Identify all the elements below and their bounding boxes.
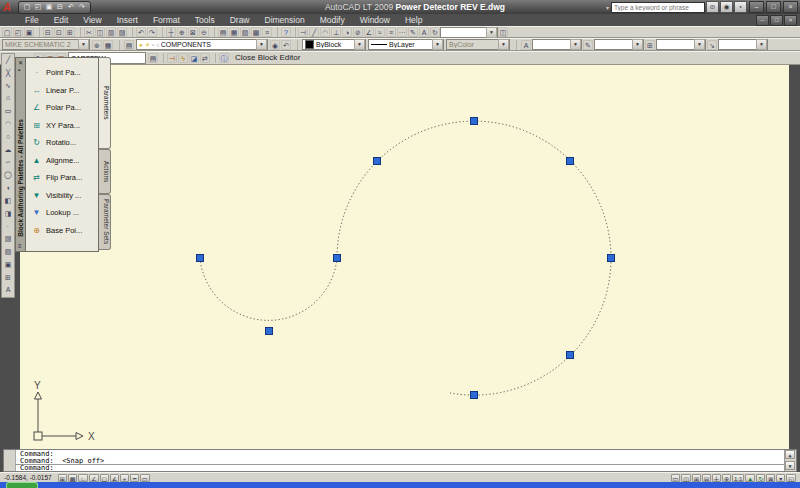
continue-dimension-icon[interactable]: ⋯ bbox=[397, 27, 407, 37]
grip[interactable] bbox=[471, 392, 478, 399]
minimize-button[interactable]: – bbox=[749, 1, 764, 13]
maximize-button[interactable]: □ bbox=[766, 1, 781, 13]
arc-length-icon[interactable]: ◠ bbox=[320, 27, 330, 37]
menu-edit[interactable]: Edit bbox=[47, 14, 76, 26]
grip[interactable] bbox=[567, 352, 574, 359]
angular-dimension-icon[interactable]: ∠ bbox=[364, 27, 374, 37]
chevron-down-icon[interactable]: ▼ bbox=[756, 39, 767, 50]
palette-item-alignment-parameter[interactable]: ▲Alignme... bbox=[26, 152, 98, 170]
plot-preview-icon[interactable]: ⊡ bbox=[54, 27, 64, 37]
palette-item-flip-parameter[interactable]: ⇄Flip Para... bbox=[26, 169, 98, 187]
paste-icon[interactable]: ▥ bbox=[106, 27, 116, 37]
ordinate-icon[interactable]: ⊥ bbox=[331, 27, 341, 37]
radius-dimension-icon[interactable]: ◑ bbox=[342, 27, 352, 37]
palette-tab-parameter-sets[interactable]: Parameter Sets bbox=[99, 194, 111, 250]
point-icon[interactable]: ∙ bbox=[2, 220, 14, 233]
circle-icon[interactable]: ○ bbox=[2, 131, 14, 144]
command-window[interactable]: Command:Command: <Snap off> Command: ▲▼ bbox=[3, 449, 797, 472]
arc-icon[interactable]: ◠ bbox=[2, 118, 14, 131]
doc-minimize-button[interactable]: – bbox=[756, 15, 769, 26]
palette-item-visibility-parameter[interactable]: ▼Visibility ... bbox=[26, 187, 98, 205]
chevron-down-icon[interactable]: ▼ bbox=[78, 39, 89, 50]
construction-line-icon[interactable]: ╳ bbox=[2, 67, 14, 80]
search-icon[interactable]: ⊙ bbox=[706, 1, 719, 13]
command-scrollbar[interactable]: ▲▼ bbox=[784, 450, 796, 471]
grip[interactable] bbox=[608, 255, 615, 262]
plot-icon[interactable]: ⊟ bbox=[43, 27, 53, 37]
save-icon[interactable]: ▣ bbox=[24, 27, 34, 37]
zoom-button[interactable]: ⊕ bbox=[722, 474, 731, 482]
match-properties-icon[interactable]: ▨ bbox=[117, 27, 127, 37]
model-button[interactable]: ▭ bbox=[671, 474, 681, 482]
grip[interactable] bbox=[471, 118, 478, 125]
layer-properties-manager-icon[interactable]: ▤ bbox=[124, 40, 134, 50]
quick-dimension-icon[interactable]: ≈ bbox=[375, 27, 385, 37]
model-toggle[interactable]: ▭ bbox=[140, 474, 150, 482]
insert-block-icon[interactable]: ◧ bbox=[2, 195, 14, 208]
scroll-down-icon[interactable]: ▼ bbox=[785, 461, 795, 470]
polygon-icon[interactable]: ⌂ bbox=[2, 92, 14, 105]
table-style-combo[interactable]: ▼ bbox=[656, 39, 706, 50]
dimension-text-edit-icon[interactable]: A bbox=[419, 27, 429, 37]
redo-icon[interactable]: ↷ bbox=[147, 27, 157, 37]
cut-icon[interactable]: ✂ bbox=[84, 27, 94, 37]
palette-item-point-parameter[interactable]: ∙Point Pa... bbox=[26, 64, 98, 82]
zoom-realtime-icon[interactable]: ⊕ bbox=[177, 27, 187, 37]
menu-format[interactable]: Format bbox=[146, 14, 187, 26]
text-style-icon[interactable]: A bbox=[521, 40, 531, 50]
open-icon[interactable]: ◰ bbox=[33, 2, 43, 12]
multileader-style-combo[interactable]: ▼ bbox=[718, 39, 768, 50]
plot-style-combo[interactable]: ByColor▼ bbox=[446, 39, 510, 50]
quickcalc-icon[interactable]: ≡ bbox=[262, 27, 272, 37]
doc-restore-button[interactable]: □ bbox=[770, 15, 783, 26]
annotation-scale-button[interactable]: 1:1 bbox=[732, 474, 744, 482]
linear-dimension-icon[interactable]: ⊣ bbox=[298, 27, 308, 37]
autocad-logo-icon[interactable]: A bbox=[0, 1, 14, 14]
start-button[interactable] bbox=[6, 482, 38, 488]
update-parameter-icon[interactable]: ⇄ bbox=[200, 53, 210, 63]
doc-close-button[interactable]: × bbox=[784, 15, 797, 26]
palette-item-base-point-parameter[interactable]: ⊕Base Poi... bbox=[26, 222, 98, 240]
polyline-icon[interactable]: ∿ bbox=[2, 80, 14, 93]
palette-item-lookup-parameter[interactable]: ▼Lookup ... bbox=[26, 204, 98, 222]
grip[interactable] bbox=[567, 158, 574, 165]
lwt-toggle[interactable]: ━ bbox=[130, 474, 139, 482]
spline-icon[interactable]: ∽ bbox=[2, 156, 14, 169]
baseline-dimension-icon[interactable]: ≡ bbox=[386, 27, 396, 37]
layer-lock-icon[interactable]: ▪ bbox=[152, 42, 154, 48]
define-attribute-icon[interactable]: ◪ bbox=[189, 53, 199, 63]
zoom-window-icon[interactable]: ⊠ bbox=[188, 27, 198, 37]
palette-tab-actions[interactable]: Actions bbox=[99, 149, 111, 194]
palette-item-polar-parameter[interactable]: ∠Polar Pa... bbox=[26, 99, 98, 117]
multileader-style-icon[interactable]: ↘ bbox=[707, 40, 717, 50]
chevron-down-icon[interactable]: ▼ bbox=[498, 39, 509, 50]
chevron-down-icon[interactable]: ▼ bbox=[486, 27, 497, 38]
quick-view-layouts-button[interactable]: ⊞ bbox=[692, 474, 701, 482]
make-block-icon[interactable]: ◨ bbox=[2, 208, 14, 221]
tool-palettes-icon[interactable]: ▧ bbox=[240, 27, 250, 37]
polar-toggle[interactable]: ∠ bbox=[89, 474, 98, 482]
rectangle-icon[interactable]: ▭ bbox=[2, 105, 14, 118]
menu-help[interactable]: Help bbox=[398, 14, 429, 26]
mtext-icon[interactable]: A bbox=[2, 284, 14, 297]
revcloud-icon[interactable]: ☁ bbox=[2, 144, 14, 157]
auto-hide-icon[interactable]: ▪ bbox=[18, 67, 20, 73]
dimension-style-combo[interactable]: ▼ bbox=[594, 39, 644, 50]
make-layer-current-icon[interactable]: ◉ bbox=[270, 40, 280, 50]
save-icon[interactable]: ▣ bbox=[44, 2, 54, 12]
chevron-down-icon[interactable]: ▼ bbox=[570, 39, 581, 50]
parameter-icon[interactable]: ⊣ bbox=[167, 53, 177, 63]
ellipse-arc-icon[interactable]: ◖ bbox=[2, 182, 14, 195]
properties-icon[interactable]: ▤ bbox=[218, 27, 228, 37]
quick-view-drawings-button[interactable]: ⊟ bbox=[702, 474, 711, 482]
markup-icon[interactable]: ▩ bbox=[251, 27, 261, 37]
toolbar-lock-button[interactable]: ⊠ bbox=[766, 474, 775, 482]
region-icon[interactable]: ▣ bbox=[2, 259, 14, 272]
palette-item-xy-parameter[interactable]: ⊞XY Para... bbox=[26, 117, 98, 135]
table-icon[interactable]: ⊞ bbox=[2, 272, 14, 285]
command-window-handle[interactable] bbox=[4, 450, 16, 471]
undo-icon[interactable]: ↶ bbox=[66, 2, 76, 12]
chevron-down-icon[interactable]: ▼ bbox=[432, 39, 443, 50]
open-icon[interactable]: ◰ bbox=[13, 27, 23, 37]
authoring-palettes-icon[interactable]: ▤ bbox=[148, 53, 158, 63]
